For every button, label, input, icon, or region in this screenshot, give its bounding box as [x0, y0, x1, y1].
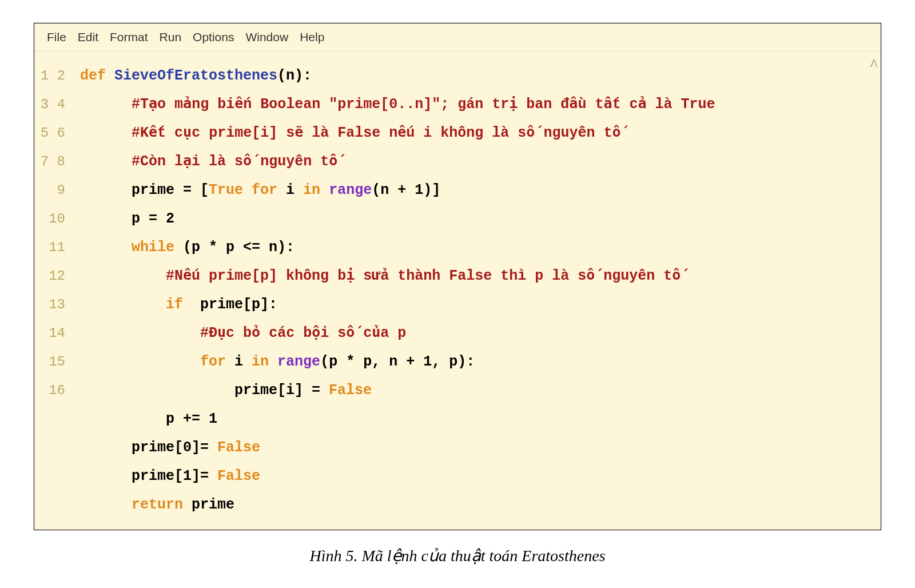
code-token: while [132, 239, 174, 256]
code-token: prime[0]= [80, 439, 217, 456]
code-token: i [277, 182, 303, 198]
code-token: range [277, 353, 320, 370]
code-token [80, 125, 132, 141]
code-token: return [132, 496, 183, 513]
code-token [80, 296, 166, 313]
menu-run[interactable]: Run [154, 28, 188, 46]
code-token: False [329, 382, 372, 399]
code-token: prime[i] = [80, 382, 329, 399]
code-token: (n): [277, 67, 312, 84]
code-token [243, 182, 252, 198]
code-content[interactable]: def SieveOfEratosthenes(n): #Tạo mảng bi… [70, 51, 881, 530]
code-token [80, 496, 132, 513]
code-token: for [200, 353, 226, 370]
code-token: def [80, 67, 114, 84]
code-token: p = 2 [80, 210, 174, 227]
menu-file[interactable]: File [41, 28, 72, 46]
code-token: prime [183, 496, 234, 513]
code-token [80, 153, 132, 170]
code-token [80, 239, 132, 256]
code-token: #Nếu prime[p] không bị sửa thành False t… [166, 268, 681, 284]
code-token: #Tạo mảng biến Boolean "prime[0..n]"; gá… [132, 96, 715, 113]
menu-window[interactable]: Window [240, 28, 294, 46]
code-token: SieveOfEratosthenes [114, 67, 277, 84]
code-token: p += 1 [80, 411, 217, 427]
code-token: (p * p, n + 1, p): [320, 353, 475, 370]
code-token: if [166, 296, 183, 313]
code-token: prime[p]: [183, 296, 277, 313]
menu-format[interactable]: Format [104, 28, 154, 46]
code-area: 1 2 3 4 5 6 7 8 9 10 11 12 13 14 15 16 d… [34, 51, 881, 530]
code-token: in [252, 353, 269, 370]
code-token: False [217, 468, 260, 484]
code-token: #Đục bỏ các bội số của p [200, 325, 406, 341]
menu-help[interactable]: Help [294, 28, 330, 46]
code-token: for [252, 182, 277, 198]
figure-caption: Hình 5. Mã lệnh của thuật toán Eratosthe… [23, 546, 892, 565]
code-token [80, 353, 200, 370]
code-token [320, 182, 329, 198]
code-token [80, 268, 166, 284]
code-token [80, 325, 200, 341]
code-token [80, 96, 132, 113]
code-token: False [217, 439, 260, 456]
code-token: (n + 1)] [372, 182, 440, 198]
scroll-up-icon[interactable]: ᐱ [870, 57, 877, 70]
menu-bar: FileEditFormatRunOptionsWindowHelp [34, 23, 881, 51]
code-token: (p * p <= n): [174, 239, 295, 256]
menu-options[interactable]: Options [187, 28, 240, 46]
code-editor-window: FileEditFormatRunOptionsWindowHelp 1 2 3… [34, 23, 881, 530]
code-token: prime[1]= [80, 468, 217, 484]
line-number-gutter: 1 2 3 4 5 6 7 8 9 10 11 12 13 14 15 16 [34, 51, 70, 530]
code-token: in [303, 182, 320, 198]
menu-edit[interactable]: Edit [72, 28, 104, 46]
code-token: True [209, 182, 243, 198]
code-token [269, 353, 277, 370]
code-token: prime = [ [80, 182, 209, 198]
code-token: i [226, 353, 252, 370]
code-token: #Còn lại là số nguyên tố [132, 153, 337, 170]
code-token: #Kết cục prime[i] sẽ là False nếu i khôn… [132, 125, 620, 141]
code-token: range [329, 182, 372, 198]
